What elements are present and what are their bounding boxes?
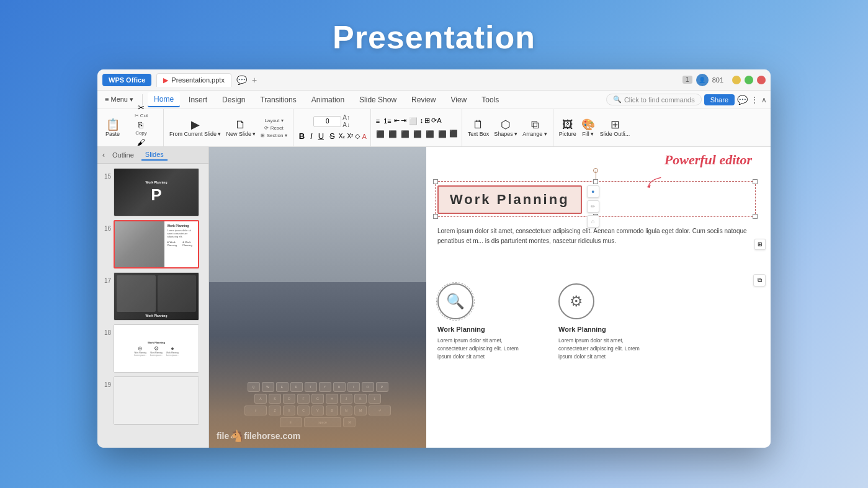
slide-item-15[interactable]: 15 Work Planning P — [97, 166, 208, 218]
icon2-title: Work Planning — [558, 326, 655, 333]
section-button[interactable]: ⊞ Section ▾ — [259, 132, 289, 139]
text-direction-button[interactable]: ⟳A — [431, 117, 441, 126]
tab-review[interactable]: Review — [405, 93, 442, 107]
slide-number-18: 18 — [101, 329, 111, 336]
superscript-button[interactable]: X² — [347, 133, 353, 140]
font-size-input[interactable]: 0 — [313, 116, 341, 127]
chat-icon: 💬 — [236, 75, 247, 85]
slide-number-17: 17 — [101, 277, 111, 284]
slide-item-16[interactable]: 16 Work Planning Lorem ipsum dolor sit a… — [97, 218, 208, 270]
new-slide-button[interactable]: 🗋 New Slide ▾ — [224, 112, 257, 144]
cut-button[interactable]: ✂ ✂ Cut — [123, 102, 159, 119]
slides-tab[interactable]: Slides — [141, 149, 168, 161]
column-button[interactable]: ⊞ — [424, 117, 430, 126]
icon-block-2: ⚙ Work Planning Lorem ipsum dolor sit am… — [558, 283, 655, 360]
icon1-title: Work Planning — [437, 326, 534, 333]
file-tab[interactable]: ▶ Presentation.pptx — [156, 73, 231, 87]
shapes-button[interactable]: ⬡ Shapes ▾ — [492, 112, 519, 144]
increase-indent-button[interactable]: ⇥ — [401, 117, 406, 126]
window-controls — [732, 76, 766, 84]
slide-title-box[interactable]: Work Planning — [437, 185, 582, 214]
align-center-button[interactable]: ⬛ — [387, 130, 398, 139]
more-icon[interactable]: ⋮ — [750, 95, 759, 105]
slide-thumb-16: Work Planning Lorem ipsum dolor sit amet… — [114, 220, 199, 268]
indent-left-button[interactable]: ⬛ — [424, 130, 436, 139]
slide-list: 15 Work Planning P — [97, 164, 208, 448]
underline-button[interactable]: U — [316, 131, 326, 141]
text-box-button[interactable]: 🗒 Text Box — [466, 112, 491, 144]
main-area: ‹ Outline Slides 15 Work Planning P — [97, 147, 771, 448]
slide-item-17[interactable]: 17 Work Planning — [97, 270, 208, 322]
floating-icon: ⊞ — [754, 239, 766, 250]
justify-button[interactable]: ⬛ — [412, 130, 423, 139]
copy-button[interactable]: ⎘ Copy — [123, 120, 159, 136]
edit-icon-panel: ● ✏ ⌂ — [587, 185, 599, 228]
indent-right-button[interactable]: ⬛ — [437, 130, 448, 139]
layout-button[interactable]: Layout ▾ — [259, 117, 289, 124]
new-slide-icon: 🗋 — [235, 119, 246, 130]
align-right-button[interactable]: ⬛ — [400, 130, 411, 139]
bullets-button[interactable]: ≡ — [375, 117, 381, 126]
tab-transitions[interactable]: Transitions — [254, 93, 302, 107]
maximize-button[interactable] — [745, 76, 753, 84]
from-current-slide-button[interactable]: ▶ From Current Slide ▾ — [168, 112, 223, 144]
tab-design[interactable]: Design — [216, 93, 251, 107]
edit-icon-2[interactable]: ✏ — [587, 200, 599, 213]
collapse-icon[interactable]: ∧ — [761, 95, 767, 104]
slide-thumb-19 — [114, 376, 199, 425]
slide-item-19[interactable]: 19 — [97, 375, 208, 427]
italic-button[interactable]: I — [308, 131, 315, 141]
wps-office-tab[interactable]: WPS Office — [102, 74, 151, 86]
arrange-icon: ⧉ — [531, 119, 539, 130]
slide-content-section: Powerful editor — [426, 147, 771, 448]
decrease-indent-button[interactable]: ⇤ — [394, 117, 400, 126]
slide-number-15: 15 — [101, 173, 111, 180]
copy-icon: ⎘ — [138, 120, 143, 130]
outline-tab[interactable]: Outline — [109, 150, 138, 160]
slide-item-18[interactable]: 18 Work Planning ⊕ Work Planning Lorem i… — [97, 322, 208, 375]
search-commands[interactable]: 🔍 Click to find commands — [606, 94, 702, 105]
user-number: 801 — [712, 76, 723, 84]
search-label: Click to find commands — [624, 96, 695, 104]
body-text-area: Lorem ipsum dolor sit amet, consectetuer… — [437, 226, 754, 246]
strikethrough-button[interactable]: S — [328, 131, 337, 141]
minimize-button[interactable] — [732, 76, 741, 84]
line-spacing-button[interactable]: ↕ — [420, 117, 424, 126]
play-icon: ▶ — [191, 119, 200, 130]
tab-view[interactable]: View — [444, 93, 473, 107]
file-name: Presentation.pptx — [171, 76, 225, 84]
add-tab-button[interactable]: + — [249, 74, 259, 86]
comment-icon[interactable]: 💬 — [737, 95, 748, 105]
numbering-button[interactable]: 1≡ — [382, 117, 393, 126]
font-size-down-button[interactable]: A↓ — [342, 122, 350, 128]
ribbon-tabs-row: ≡ Menu ▾ Home Insert Design Transitions … — [97, 91, 771, 109]
share-button[interactable]: Share — [704, 94, 735, 105]
arrange-button[interactable]: ⧉ Arrange ▾ — [521, 112, 549, 144]
edit-icon-3[interactable]: ⌂ — [587, 215, 599, 228]
font-size-up-button[interactable]: A↑ — [342, 114, 350, 121]
tab-animation[interactable]: Animation — [305, 93, 351, 107]
app-window: WPS Office ▶ Presentation.pptx 💬 + 1 👤 8… — [97, 69, 771, 448]
subscript-button[interactable]: X₂ — [339, 133, 346, 140]
font-color-button[interactable]: A — [362, 133, 366, 140]
tab-tools[interactable]: Tools — [475, 93, 505, 107]
slide-panel-header: ‹ Outline Slides — [97, 147, 208, 164]
picture-button[interactable]: 🖼 Picture — [557, 112, 578, 144]
slide-outline-button[interactable]: ⊞ Slide Outli... — [598, 112, 632, 144]
fill-button[interactable]: 🎨 Fill ▾ — [579, 112, 597, 144]
tab-insert[interactable]: Insert — [182, 93, 213, 107]
align-left-button[interactable]: ⬜ — [408, 117, 419, 126]
tab-slideshow[interactable]: Slide Show — [353, 93, 403, 107]
edit-icon-1[interactable]: ● — [587, 185, 599, 198]
reset-button[interactable]: ⟳ Reset — [259, 125, 289, 131]
more-paragraph-button[interactable]: ⬛ — [449, 130, 458, 139]
close-button[interactable] — [757, 76, 766, 84]
paste-button[interactable]: 📋 Paste — [104, 112, 122, 144]
clear-format-button[interactable]: ◇ — [355, 132, 360, 140]
panel-collapse-button[interactable]: ‹ — [102, 151, 105, 159]
bold-button[interactable]: B — [297, 131, 306, 141]
cut-copy-format-group: ✂ ✂ Cut ⎘ Copy 🖌 Format Painter — [123, 102, 159, 154]
layer-button[interactable]: ⧉ — [753, 274, 766, 286]
align-left2-button[interactable]: ⬛ — [375, 130, 386, 139]
drawing-group: 🗒 Text Box ⬡ Shapes ▾ ⧉ Arrange ▾ — [462, 109, 553, 146]
